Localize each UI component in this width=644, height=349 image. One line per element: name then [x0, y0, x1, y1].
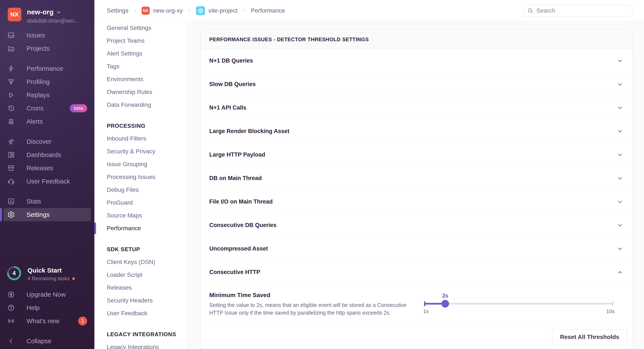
- chevron-left-icon: [7, 337, 15, 345]
- settings-nav-loader-script[interactable]: Loader Script: [94, 268, 187, 281]
- chevron-down-icon: [617, 222, 623, 228]
- breadcrumb-page[interactable]: Performance: [251, 7, 285, 14]
- chevron-down-icon: [617, 199, 623, 205]
- sidebar-item-whats-new[interactable]: What's new 1: [4, 314, 91, 328]
- search-icon: [527, 8, 534, 14]
- settings-nav-section-sdk-setup: SDK SETUP: [94, 243, 187, 256]
- sidebar-item-label: Profiling: [26, 78, 50, 86]
- issues-icon: [7, 32, 15, 39]
- settings-nav-environments[interactable]: Environments: [94, 73, 187, 86]
- detector-row-large-render-blocking-asset[interactable]: Large Render Blocking Asset: [201, 120, 633, 143]
- quick-start[interactable]: 4 Quick Start 4 Remaining tasks: [7, 266, 75, 282]
- releases-icon: [7, 164, 15, 172]
- quick-start-subtitle: 4 Remaining tasks: [28, 276, 70, 282]
- sidebar-item-label: Performance: [26, 65, 63, 72]
- settings-nav-user-feedback[interactable]: User Feedback: [94, 307, 187, 320]
- sidebar-item-label: Replays: [26, 92, 50, 99]
- profiling-icon: [7, 78, 15, 86]
- slider-thumb[interactable]: [441, 300, 449, 308]
- detector-row-large-http-payload[interactable]: Large HTTP Payload: [201, 143, 633, 166]
- thresholds-panel: PERFORMANCE ISSUES - DETECTOR THRESHOLD …: [200, 30, 633, 349]
- chevron-right-icon: [187, 8, 192, 13]
- sidebar-item-dashboards[interactable]: Dashboards: [4, 148, 91, 162]
- sidebar-item-releases[interactable]: Releases: [4, 162, 91, 175]
- slider-value-label: 2s: [442, 292, 448, 299]
- detector-row-n1-db-queries[interactable]: N+1 DB Queries: [201, 49, 633, 72]
- sidebar-item-crons[interactable]: Crons beta: [4, 102, 91, 115]
- sidebar-item-label: Alerts: [26, 118, 43, 125]
- settings-nav-project-teams[interactable]: Project Teams: [94, 34, 187, 47]
- main-content: PERFORMANCE ISSUES - DETECTOR THRESHOLD …: [188, 22, 644, 349]
- settings-nav: General Settings Project Teams Alert Set…: [94, 22, 188, 349]
- user-email: abdullah.khan@sen…: [27, 18, 80, 24]
- slider-max-tick: [612, 301, 613, 306]
- breadcrumb-project[interactable]: vite-project: [196, 6, 238, 15]
- breadcrumb: Settings NX new-org-xy vite-project Perf…: [107, 6, 285, 15]
- pending-dot-icon: [72, 277, 75, 280]
- chevron-down-icon: [617, 152, 623, 158]
- user-feedback-icon: [7, 178, 15, 185]
- detector-row-consecutive-db-queries[interactable]: Consecutive DB Queries: [201, 214, 633, 237]
- org-switcher[interactable]: NX new-org abdullah.khan@sen…: [8, 8, 80, 24]
- help-icon: [7, 304, 15, 312]
- sidebar-item-issues[interactable]: Issues: [4, 28, 91, 42]
- settings-nav-alert-settings[interactable]: Alert Settings: [94, 47, 187, 60]
- settings-nav-security-headers[interactable]: Security Headers: [94, 294, 187, 307]
- sidebar-item-projects[interactable]: Projects: [4, 42, 91, 55]
- settings-nav-general-settings[interactable]: General Settings: [94, 22, 187, 34]
- sidebar-item-user-feedback[interactable]: User Feedback: [4, 175, 91, 188]
- detector-row-uncompressed-asset[interactable]: Uncompressed Asset: [201, 237, 633, 260]
- slider-track[interactable]: [424, 303, 613, 304]
- breadcrumb-organization[interactable]: NX new-org-xy: [142, 6, 182, 15]
- settings-nav-processing-issues[interactable]: Processing Issues: [94, 171, 187, 184]
- sidebar-item-label: Projects: [26, 45, 50, 52]
- settings-nav-inbound-filters[interactable]: Inbound Filters: [94, 132, 187, 145]
- collapse-button[interactable]: Collapse: [4, 334, 91, 348]
- sidebar-item-alerts[interactable]: Alerts: [4, 115, 91, 128]
- nav-group-4: Stats Settings: [4, 195, 91, 221]
- detector-row-db-on-main-thread[interactable]: DB on Main Thread: [201, 166, 633, 190]
- settings-nav-client-keys[interactable]: Client Keys (DSN): [94, 256, 187, 268]
- settings-nav-ownership-rules[interactable]: Ownership Rules: [94, 86, 187, 98]
- sidebar-item-label: Settings: [26, 211, 50, 218]
- chevron-right-icon: [132, 8, 137, 13]
- detector-row-consecutive-http[interactable]: Consecutive HTTP: [201, 260, 633, 284]
- settings-nav-source-maps[interactable]: Source Maps: [94, 209, 187, 222]
- reset-all-thresholds-button[interactable]: Reset All Thresholds: [552, 329, 627, 345]
- active-item-accent-bar: [94, 222, 96, 234]
- settings-nav-issue-grouping[interactable]: Issue Grouping: [94, 158, 187, 171]
- sidebar-item-discover[interactable]: Discover: [4, 135, 91, 148]
- sidebar-item-label: Help: [26, 304, 40, 312]
- sidebar-item-stats[interactable]: Stats: [4, 195, 91, 208]
- collapse-container: Collapse: [4, 334, 91, 348]
- sidebar-item-performance[interactable]: Performance: [4, 62, 91, 75]
- sidebar-item-settings[interactable]: Settings: [4, 208, 91, 221]
- slider-min-tick: [424, 301, 425, 306]
- sidebar-item-upgrade-now[interactable]: Upgrade Now: [4, 288, 91, 301]
- settings-nav-tags[interactable]: Tags: [94, 60, 187, 73]
- consecutive-http-detail: Minimum Time Saved Setting the value to …: [201, 284, 633, 326]
- sidebar-item-replays[interactable]: Replays: [4, 88, 91, 102]
- search-input[interactable]: [536, 7, 629, 14]
- settings-nav-data-forwarding[interactable]: Data Forwarding: [94, 98, 187, 111]
- settings-nav-debug-files[interactable]: Debug Files: [94, 184, 187, 196]
- search-box[interactable]: [523, 5, 633, 17]
- alerts-icon: [7, 118, 15, 126]
- detector-row-n1-api-calls[interactable]: N+1 API Calls: [201, 96, 633, 120]
- sidebar-item-label: What's new: [26, 318, 59, 325]
- projects-icon: [7, 45, 15, 52]
- settings-nav-proguard[interactable]: ProGuard: [94, 196, 187, 209]
- breadcrumb-settings[interactable]: Settings: [107, 7, 128, 14]
- sidebar-item-help[interactable]: Help: [4, 301, 91, 314]
- sidebar-item-profiling[interactable]: Profiling: [4, 75, 91, 88]
- settings-nav-security-privacy[interactable]: Security & Privacy: [94, 145, 187, 158]
- sidebar-item-label: User Feedback: [26, 178, 70, 185]
- panel-footer: Reset All Thresholds: [201, 326, 633, 349]
- settings-nav-releases[interactable]: Releases: [94, 281, 187, 294]
- detector-row-file-io-on-main-thread[interactable]: File I/O on Main Thread: [201, 190, 633, 214]
- settings-nav-legacy-integrations[interactable]: Legacy Integrations: [94, 341, 187, 349]
- detector-row-slow-db-queries[interactable]: Slow DB Queries: [201, 72, 633, 96]
- performance-icon: [7, 65, 15, 72]
- chevron-up-icon: [617, 269, 623, 276]
- settings-nav-performance[interactable]: Performance: [94, 222, 187, 235]
